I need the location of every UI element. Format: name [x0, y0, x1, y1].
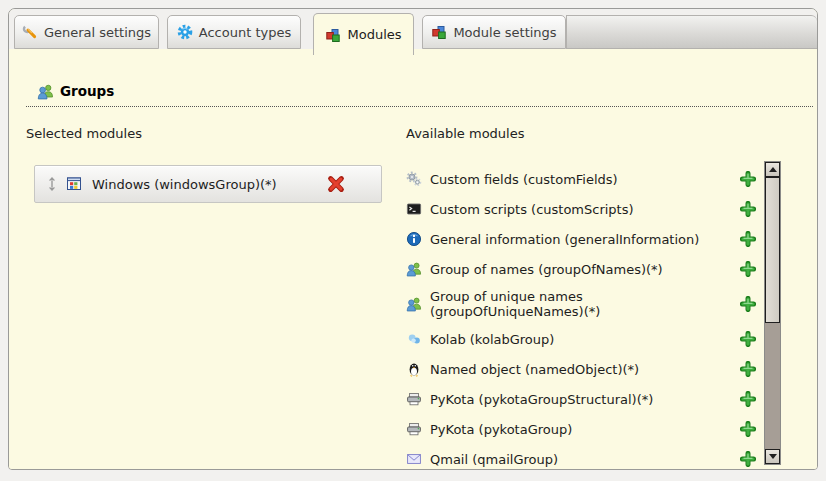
add-module-button[interactable] [740, 331, 756, 347]
info-icon [406, 231, 422, 247]
scrollbar-thumb[interactable] [765, 177, 780, 323]
section-title: Groups [60, 83, 114, 99]
section-divider [26, 106, 813, 107]
available-module-row: Custom fields (customFields) [406, 164, 756, 194]
tab-label: Modules [347, 27, 401, 42]
printer-icon [406, 391, 422, 407]
printer-icon [406, 421, 422, 437]
available-modules-list: Custom fields (customFields) [406, 164, 756, 470]
available-module-label: Qmail (qmailGroup) [430, 452, 558, 467]
available-module-row: PyKota (pykotaGroupStructural)(*) [406, 384, 756, 414]
terminal-icon [406, 201, 422, 217]
available-modules-scrollbar[interactable] [764, 161, 781, 465]
add-module-button[interactable] [740, 171, 756, 187]
tab-account-types[interactable]: Account types [167, 15, 301, 49]
add-module-button[interactable] [740, 231, 756, 247]
add-module-button[interactable] [740, 261, 756, 277]
selected-module-label: Windows (windowsGroup)(*) [92, 177, 320, 192]
arrow-up-icon [769, 167, 777, 172]
windows-icon [66, 176, 82, 192]
tab-bar: General settings Account types [9, 9, 817, 49]
gears-icon [406, 171, 422, 187]
available-module-label: Custom fields (customFields) [430, 172, 618, 187]
available-module-label: PyKota (pykotaGroup) [430, 422, 572, 437]
add-module-button[interactable] [740, 451, 756, 467]
tab-bar-filler [566, 15, 817, 49]
mail-icon [406, 451, 422, 467]
available-module-label: Group of names (groupOfNames)(*) [430, 262, 663, 277]
group-icon [406, 261, 422, 277]
add-module-button[interactable] [740, 421, 756, 437]
wrench-icon [22, 24, 38, 40]
modules-tab-content: Groups Selected modules Available module… [9, 49, 817, 469]
groups-icon [37, 83, 53, 99]
available-module-row: Group of names (groupOfNames)(*) [406, 254, 756, 284]
available-module-row: General information (generalInformation) [406, 224, 756, 254]
account-gear-icon [177, 24, 193, 40]
add-module-button[interactable] [740, 391, 756, 407]
tab-general-settings[interactable]: General settings [14, 15, 159, 49]
available-module-label: Group of unique names (groupOfUniqueName… [430, 289, 662, 319]
available-module-row: Group of unique names (groupOfUniqueName… [406, 284, 756, 324]
scroll-down-button[interactable] [765, 449, 780, 464]
modules-blocks-icon [431, 24, 447, 40]
available-module-row: Custom scripts (customScripts) [406, 194, 756, 224]
available-module-row: Qmail (qmailGroup) [406, 444, 756, 470]
tab-modules[interactable]: Modules [313, 13, 414, 55]
modules-blocks-icon [325, 27, 341, 43]
available-module-label: Named object (namedObject)(*) [430, 362, 639, 377]
drag-handle-icon[interactable] [45, 176, 59, 192]
scroll-up-button[interactable] [765, 162, 780, 177]
add-module-button[interactable] [740, 361, 756, 377]
selected-modules-heading: Selected modules [26, 126, 142, 141]
selected-module-row: Windows (windowsGroup)(*) [34, 165, 382, 203]
arrow-down-icon [769, 454, 777, 459]
available-module-label: Custom scripts (customScripts) [430, 202, 634, 217]
section-heading: Groups [37, 83, 114, 99]
available-modules-heading: Available modules [406, 126, 524, 141]
available-module-label: Kolab (kolabGroup) [430, 332, 554, 347]
tab-label: Module settings [453, 25, 556, 40]
settings-window: General settings Account types [8, 8, 818, 470]
available-module-row: Named object (namedObject)(*) [406, 354, 756, 384]
group-icon [406, 296, 422, 312]
tab-label: General settings [44, 25, 151, 40]
available-module-row: PyKota (pykotaGroup) [406, 414, 756, 444]
available-module-label: General information (generalInformation) [430, 232, 699, 247]
add-module-button[interactable] [740, 201, 756, 217]
remove-module-button[interactable] [327, 175, 345, 193]
available-module-label: PyKota (pykotaGroupStructural)(*) [430, 392, 653, 407]
add-module-button[interactable] [740, 296, 756, 312]
available-module-row: Kolab (kolabGroup) [406, 324, 756, 354]
kolab-icon [406, 331, 422, 347]
tab-label: Account types [199, 25, 291, 40]
penguin-icon [406, 361, 422, 377]
tab-module-settings[interactable]: Module settings [422, 15, 566, 49]
